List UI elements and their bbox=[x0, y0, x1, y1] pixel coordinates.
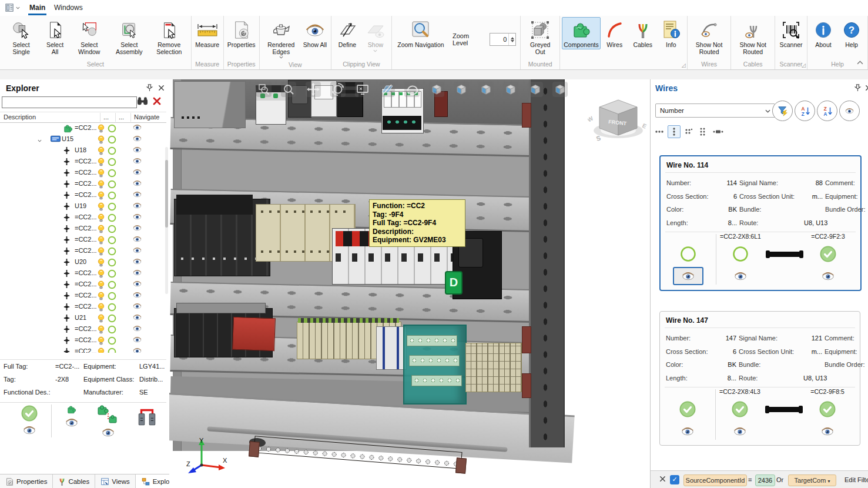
scanner-button[interactable]: Scanner bbox=[777, 17, 805, 49]
viewport-pan-icon[interactable] bbox=[306, 82, 321, 97]
tab-main[interactable]: Main bbox=[27, 0, 48, 15]
tree-scrollbar[interactable] bbox=[165, 147, 168, 294]
tree-row[interactable]: =CC2... bbox=[0, 178, 165, 189]
view-mode-dots-h[interactable] bbox=[653, 125, 666, 138]
bulb-toggle[interactable] bbox=[98, 303, 105, 313]
show-terminal-eye-button[interactable] bbox=[673, 267, 703, 285]
bulb-toggle[interactable] bbox=[98, 146, 105, 156]
app-menu-button[interactable] bbox=[5, 3, 20, 13]
viewport-cube-icon[interactable] bbox=[503, 82, 518, 97]
eye-toggle[interactable] bbox=[16, 426, 42, 434]
viewport-cube-icon[interactable] bbox=[528, 82, 543, 97]
clear-search-icon[interactable] bbox=[152, 96, 162, 106]
select-toggle[interactable] bbox=[108, 236, 116, 246]
viewport-orbit-icon[interactable] bbox=[330, 82, 346, 97]
viewport-rotate-icon[interactable] bbox=[404, 82, 420, 97]
zoom-navigation-button[interactable]: Zoom Navigation bbox=[394, 17, 448, 49]
navigate-button[interactable] bbox=[133, 124, 142, 132]
compass-west[interactable]: W bbox=[588, 115, 595, 123]
tree-row[interactable]: =CC2... bbox=[0, 323, 165, 335]
show-not-routed-button[interactable]: Show Not Routed bbox=[733, 17, 773, 56]
sort-field-dropdown[interactable]: Number bbox=[655, 103, 775, 118]
tree-row[interactable]: =CC2... bbox=[0, 234, 165, 245]
viewport-screen-icon[interactable] bbox=[355, 82, 370, 97]
close-icon[interactable] bbox=[864, 83, 868, 93]
filter-conjunction[interactable]: Or bbox=[776, 476, 783, 483]
bulb-toggle[interactable] bbox=[98, 158, 105, 168]
select-toggle[interactable] bbox=[108, 135, 116, 145]
define-button[interactable]: Define bbox=[333, 17, 361, 49]
navigate-button[interactable] bbox=[133, 146, 142, 154]
navigate-button[interactable] bbox=[133, 336, 142, 344]
sort-za-button[interactable]: ZA bbox=[817, 101, 837, 121]
tab-properties[interactable]: Properties bbox=[0, 474, 53, 488]
tree-row[interactable]: =CC2... bbox=[0, 346, 165, 353]
show-terminal-eye-button[interactable] bbox=[725, 422, 755, 440]
bulb-toggle[interactable] bbox=[98, 124, 105, 134]
navigate-button[interactable] bbox=[133, 325, 142, 333]
tree-row[interactable]: =CC2... bbox=[0, 189, 165, 200]
bulb-toggle[interactable] bbox=[98, 213, 105, 223]
viewport-3d[interactable]: Function: =CC2Tag: -9F4Full Tag: =CC2-9F… bbox=[169, 79, 650, 488]
navigate-button[interactable] bbox=[133, 347, 142, 353]
tree-row[interactable]: U19 bbox=[0, 200, 165, 212]
navigate-button[interactable] bbox=[133, 236, 142, 243]
select-toggle[interactable] bbox=[108, 158, 116, 168]
view-cube[interactable]: FRONT S W E bbox=[588, 94, 649, 145]
select-toggle[interactable] bbox=[108, 169, 116, 179]
expander-icon[interactable] bbox=[38, 136, 42, 143]
properties-button[interactable]: Properties bbox=[226, 17, 257, 49]
navigate-button[interactable] bbox=[133, 292, 142, 299]
navigate-button[interactable] bbox=[133, 213, 142, 221]
navigate-button[interactable] bbox=[133, 303, 142, 310]
select-toggle[interactable] bbox=[108, 336, 116, 346]
show-not-routed-button[interactable]: Show Not Routed bbox=[689, 17, 729, 56]
tab-windows[interactable]: Windows bbox=[52, 0, 85, 15]
close-filter-icon[interactable] bbox=[659, 475, 666, 484]
tree-row[interactable]: =CC2... bbox=[0, 223, 165, 234]
select-toggle[interactable] bbox=[108, 247, 116, 257]
help-button[interactable]: ?Help bbox=[837, 17, 866, 49]
select-toggle[interactable] bbox=[108, 124, 116, 134]
bulb-toggle[interactable] bbox=[98, 180, 105, 190]
select-toggle[interactable] bbox=[108, 325, 116, 335]
tree-row[interactable]: U20 bbox=[0, 256, 165, 268]
bulb-toggle[interactable] bbox=[98, 247, 105, 257]
edit-filter-button[interactable]: Edit Filter bbox=[844, 476, 868, 483]
view-mode-grid-sm[interactable] bbox=[682, 125, 695, 138]
bulb-toggle[interactable] bbox=[98, 347, 105, 353]
wire-card-wire-no-147[interactable]: Wire No. 147Number:147Signal Name:121Com… bbox=[659, 311, 860, 446]
about-button[interactable]: About bbox=[809, 17, 837, 49]
select-assembly-button[interactable]: Select Assembly bbox=[109, 17, 149, 56]
select-toggle[interactable] bbox=[108, 280, 116, 290]
select-toggle[interactable] bbox=[108, 146, 116, 156]
tab-views[interactable]: Views bbox=[95, 474, 135, 488]
wires-button[interactable]: Wires bbox=[601, 17, 629, 49]
measure-button[interactable]: Measure bbox=[193, 17, 222, 49]
viewport-cube-icon[interactable] bbox=[429, 82, 444, 97]
select-toggle[interactable] bbox=[108, 202, 116, 212]
show-button[interactable]: Show bbox=[361, 17, 390, 54]
bulb-toggle[interactable] bbox=[98, 236, 105, 246]
target-field-pill[interactable]: TargetCom ▾ bbox=[788, 474, 836, 486]
ribbon-collapse-button[interactable] bbox=[857, 56, 863, 484]
navigate-button[interactable] bbox=[133, 269, 142, 277]
filter-button[interactable] bbox=[772, 101, 793, 121]
bulb-toggle[interactable] bbox=[98, 280, 105, 290]
select-toggle[interactable] bbox=[108, 303, 116, 313]
navigate-button[interactable] bbox=[133, 225, 142, 232]
navigate-button[interactable] bbox=[133, 191, 142, 199]
tree-row[interactable]: =CC2... bbox=[0, 167, 165, 178]
viewport-clip-ghost-icon[interactable] bbox=[380, 82, 395, 97]
compass-east[interactable]: E bbox=[641, 122, 648, 130]
tree-row[interactable]: =CC2... bbox=[0, 156, 165, 167]
bulb-toggle[interactable] bbox=[98, 202, 105, 212]
bulb-toggle[interactable] bbox=[98, 325, 105, 335]
select-toggle[interactable] bbox=[108, 191, 116, 201]
zoom-level-input[interactable]: 0 bbox=[490, 33, 516, 46]
components-button[interactable]: Components bbox=[562, 17, 601, 49]
select-all-button[interactable]: Select All bbox=[41, 17, 69, 56]
wire-card-wire-no-114[interactable]: Wire No. 114Number:114Signal Name:88Comm… bbox=[659, 155, 862, 291]
cables-button[interactable]: Cables bbox=[629, 17, 657, 49]
select-toggle[interactable] bbox=[108, 292, 116, 302]
